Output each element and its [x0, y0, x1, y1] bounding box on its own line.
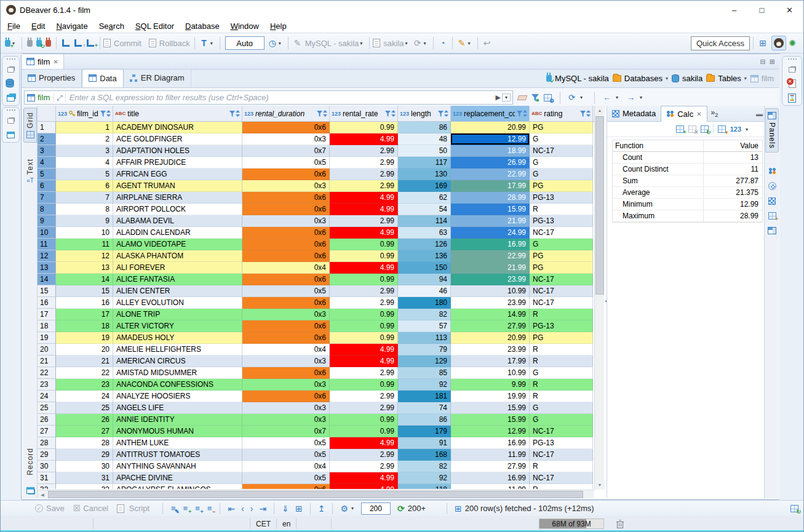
cell-rating[interactable]: G [530, 157, 593, 169]
editor-tab-film[interactable]: film ✕ [22, 54, 64, 69]
cell-rental-duration[interactable]: 0x6 [242, 274, 330, 285]
cell-length[interactable]: 180 [398, 297, 451, 309]
maximize-button[interactable]: □ [748, 1, 776, 19]
calc-panel-icon[interactable] [768, 167, 776, 175]
minimize-editor-icon[interactable]: ⊟ [760, 58, 766, 66]
cell-rating[interactable]: NC-17 [530, 472, 593, 484]
duplicate-row-icon[interactable]: ≡+ [195, 504, 200, 513]
cell-film-id[interactable]: 28 [56, 437, 113, 449]
row-number[interactable]: 19 [38, 332, 56, 344]
refresh-dropdown[interactable]: ▾ [580, 95, 586, 100]
filter-funnel-icon[interactable] [438, 111, 444, 117]
toolbar-grip[interactable] [6, 58, 16, 60]
cell-rental-rate[interactable]: 4.99 [330, 204, 398, 215]
row-number[interactable]: 31 [38, 472, 56, 484]
rollback-button[interactable]: Rollback [159, 39, 190, 48]
row-number[interactable]: 16 [38, 297, 56, 309]
cell-title[interactable]: AIRPORT POLLOCK [113, 204, 242, 215]
cell-length[interactable]: 126 [398, 239, 451, 250]
column-header-rating[interactable]: ABCrating [530, 106, 593, 121]
cell-film-id[interactable]: 14 [56, 274, 113, 285]
cell-rental-duration[interactable]: 0x6 [242, 391, 330, 402]
cell-length[interactable]: 130 [398, 169, 451, 180]
cell-rental-rate[interactable]: 4.99 [330, 472, 398, 484]
cell-rental-duration[interactable]: 0x5 [242, 472, 330, 484]
transaction-filter-icon[interactable]: T [198, 36, 210, 50]
cell-title[interactable]: ALICE FANTASIA [113, 274, 242, 285]
row-number[interactable]: 12 [38, 250, 56, 262]
cell-title[interactable]: AFFAIR PREJUDICE [113, 157, 242, 169]
horizontal-scrollbar[interactable]: ◀ ▶ [38, 490, 594, 498]
cell-rental-duration[interactable]: 0x7 [242, 145, 330, 157]
tab-grid-presentation[interactable]: Grid [23, 108, 37, 143]
calc-row[interactable]: Count Distinct11 [613, 164, 762, 175]
cell-rating[interactable]: NC-17 [530, 145, 593, 157]
cell-film-id[interactable]: 21 [56, 355, 113, 367]
error-log-icon[interactable] [787, 79, 798, 89]
references-panel-icon[interactable] [768, 227, 776, 234]
cell-length[interactable]: 150 [398, 262, 451, 274]
next-page-icon[interactable]: → [627, 93, 635, 102]
cell-replacement-cost[interactable]: 11.99 [451, 484, 530, 489]
cell-film-id[interactable]: 3 [56, 145, 113, 157]
cell-title[interactable]: ALLEY EVOLUTION [113, 297, 242, 309]
tab-calc[interactable]: Calc ✕ [661, 106, 707, 122]
cell-film-id[interactable]: 12 [56, 250, 113, 262]
sort-arrows-icon[interactable] [391, 110, 396, 117]
cell-replacement-cost[interactable]: 22.99 [451, 169, 530, 180]
row-number[interactable]: 2 [38, 133, 56, 145]
close-panel-icon[interactable]: ✕ [696, 111, 701, 117]
cell-replacement-cost[interactable]: 23.99 [451, 297, 530, 309]
tab-metadata[interactable]: Metadata [607, 106, 661, 122]
cell-rating[interactable]: R [530, 391, 593, 402]
cell-film-id[interactable]: 6 [56, 180, 113, 192]
cell-length[interactable]: 179 [398, 426, 451, 437]
cell-title[interactable]: AMISTAD MIDSUMMER [113, 367, 242, 379]
cell-film-id[interactable]: 5 [56, 169, 113, 180]
edit-cell-icon[interactable]: ≡✎ [171, 504, 176, 513]
transaction-mode-icon[interactable] [62, 39, 70, 47]
connection-selector-dropdown[interactable]: ▾ [360, 41, 366, 46]
disconnect-icon[interactable] [46, 40, 51, 47]
cell-title[interactable]: ALI FOREVER [113, 262, 242, 274]
cell-replacement-cost[interactable]: 14.99 [451, 309, 530, 320]
cell-rating[interactable]: NC-17 [530, 297, 593, 309]
cell-rating[interactable]: G [530, 133, 593, 145]
cell-rating[interactable]: NC-17 [530, 449, 593, 461]
cell-rating[interactable]: R [530, 309, 593, 320]
cell-length[interactable]: 168 [398, 449, 451, 461]
cell-rental-rate[interactable]: 0.99 [330, 250, 398, 262]
column-header-replacement_cost[interactable]: 123replacement_cost [451, 106, 530, 121]
cell-rental-duration[interactable]: 0x3 [242, 414, 330, 426]
cell-rating[interactable]: R [530, 344, 593, 355]
cell-rental-duration[interactable]: 0x6 [242, 122, 330, 133]
cell-rental-duration[interactable]: 0x6 [242, 192, 330, 204]
cell-rental-rate[interactable]: 4.99 [330, 227, 398, 239]
cell-length[interactable]: 114 [398, 215, 451, 227]
filter-funnel-icon[interactable] [517, 111, 522, 117]
history-dropdown[interactable]: ▾ [279, 41, 285, 46]
back-history-icon[interactable]: ↩ [481, 36, 493, 50]
cell-rating[interactable]: R [530, 484, 593, 489]
cell-rental-rate[interactable]: 4.99 [330, 355, 398, 367]
cell-length[interactable]: 82 [398, 461, 451, 472]
sort-arrows-icon[interactable] [586, 110, 591, 117]
cell-length[interactable]: 136 [398, 250, 451, 262]
menu-item-file[interactable]: File [2, 20, 26, 32]
cell-length[interactable]: 54 [398, 204, 451, 215]
script-button[interactable]: Script [117, 504, 149, 513]
cell-length[interactable]: 92 [398, 379, 451, 391]
cell-rental-duration[interactable]: 0x3 [242, 355, 330, 367]
auto-refresh-icon[interactable]: ↻ [790, 505, 798, 512]
row-number[interactable]: 8 [38, 204, 56, 215]
sort-arrows-icon[interactable] [236, 110, 240, 117]
cell-title[interactable]: ANALYZE HOOSIERS [113, 391, 242, 402]
cell-rental-rate[interactable]: 0.99 [330, 379, 398, 391]
cell-replacement-cost[interactable]: 11.99 [451, 449, 530, 461]
cell-replacement-cost[interactable]: 24.99 [451, 227, 530, 239]
cell-rating[interactable]: G [530, 414, 593, 426]
restore-view-icon[interactable] [6, 116, 17, 125]
cell-length[interactable]: 113 [398, 332, 451, 344]
calc-options-dropdown[interactable]: ▾ [746, 127, 752, 132]
cell-film-id[interactable]: 2 [56, 133, 113, 145]
